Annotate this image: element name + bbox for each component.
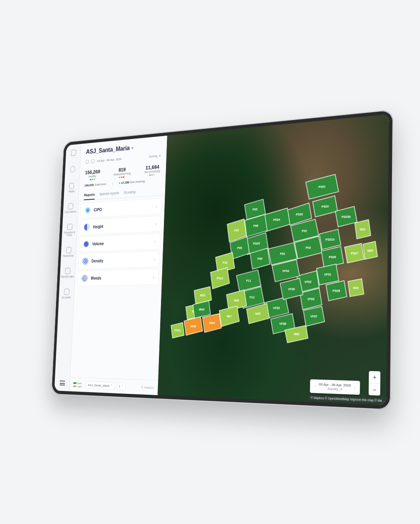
plot-P02[interactable] <box>268 242 297 265</box>
plot-VF04[interactable] <box>271 259 300 282</box>
plot-VF05[interactable] <box>264 297 289 319</box>
plot-P09[interactable] <box>250 248 270 270</box>
tab-special-reports[interactable]: Special reports <box>99 189 119 199</box>
plot-N05[interactable] <box>246 303 269 324</box>
map-date-chip[interactable]: ‹ 03 Apr - 06 Apr, 2020 Survey_4 › <box>310 379 360 395</box>
plot-P01[interactable] <box>290 219 319 242</box>
plot-PS08[interactable] <box>326 280 347 301</box>
plot-IR04[interactable] <box>202 313 222 332</box>
plot-label: IR04 <box>209 321 215 325</box>
plot-N03[interactable] <box>363 241 378 259</box>
plot-label: P10 <box>223 261 228 265</box>
map-canvas[interactable]: PS01PS02PS03PS04PS05P01P02P03P05P06P07P0… <box>158 114 389 406</box>
plot-label: N05 <box>255 312 261 315</box>
prev-date-button[interactable] <box>85 160 89 164</box>
plot-VF06[interactable] <box>280 278 303 300</box>
plot-VF07[interactable] <box>303 306 325 326</box>
plot-N07[interactable] <box>219 306 240 326</box>
plot-P05[interactable] <box>244 199 266 220</box>
plot-VF08[interactable] <box>270 313 295 334</box>
plot-label: VF02 <box>305 280 312 283</box>
plot-label: PS08 <box>333 289 340 293</box>
plot-P12[interactable] <box>240 287 264 308</box>
plot-label: P09 <box>257 257 262 260</box>
plot-PS12[interactable] <box>210 267 230 289</box>
report-cipo[interactable]: CIPO› <box>80 198 162 218</box>
plot-VF02[interactable] <box>297 271 320 293</box>
plot-N06[interactable] <box>226 290 247 311</box>
plot-label: VF08 <box>279 322 287 326</box>
tree-icon <box>68 203 74 209</box>
plot-P07[interactable] <box>227 219 247 242</box>
page-chip[interactable]: 1˄ <box>116 382 125 390</box>
plot-label: IR02 <box>199 308 205 311</box>
plot-N04[interactable] <box>348 279 364 297</box>
plot-label: PS01 <box>318 185 326 189</box>
plot-label: PS12 <box>217 276 223 280</box>
mapbox-attribution: © mapbox <box>141 385 154 390</box>
plot-N08[interactable] <box>284 325 308 343</box>
nav-search[interactable] <box>70 166 75 172</box>
report-density[interactable]: Density› <box>78 251 160 269</box>
metric-healthy: 156,269 Healthy <box>85 169 100 181</box>
nav-diseases[interactable]: Diseases & Pests <box>62 223 77 237</box>
metric-nonproducing: 11,684 Non producing <box>144 164 160 176</box>
plot-label: PS03b <box>341 215 351 218</box>
plot-label: P03 <box>305 246 311 249</box>
plot-P11[interactable] <box>236 270 261 292</box>
plot-IE01[interactable] <box>194 287 212 304</box>
prev-survey-button[interactable]: ‹ <box>314 384 315 388</box>
plot-label: P02 <box>280 252 285 255</box>
metric-underperforming: 819 Underperforming <box>113 166 131 179</box>
nav-repository[interactable]: Repository <box>63 247 74 257</box>
nav-tree-metrics[interactable]: Tree Metrics <box>64 203 77 213</box>
nav-home[interactable] <box>71 150 76 156</box>
plot-PS06[interactable] <box>321 247 343 268</box>
plot-label: PS07 <box>351 252 358 255</box>
tab-scouting[interactable]: Scouting <box>123 188 136 198</box>
nav-ai-labels[interactable]: AI Labels <box>61 289 71 299</box>
plot-P06[interactable] <box>244 214 268 237</box>
plot-IR03[interactable] <box>184 316 203 335</box>
zoom-out-button[interactable]: − <box>369 383 380 396</box>
zoom-in-button[interactable]: + <box>369 371 381 383</box>
plot-IR02[interactable] <box>192 301 211 318</box>
farm-chip[interactable]: ASJ_Santa_Maria˄ <box>85 381 115 390</box>
height-icon <box>84 223 90 231</box>
plot-label: VF01 <box>324 273 331 276</box>
plot-label: P06 <box>254 224 259 227</box>
chevron-right-icon: › <box>156 204 157 208</box>
plot-PS07[interactable] <box>344 243 364 263</box>
report-height[interactable]: Height› <box>79 216 161 235</box>
health-icon <box>69 183 74 189</box>
report-weeds[interactable]: Weeds› <box>77 269 159 286</box>
next-date-button[interactable] <box>91 159 95 163</box>
plot-P10[interactable] <box>215 252 235 273</box>
layers-icon <box>65 268 70 274</box>
plot-label: PS05 <box>253 242 260 245</box>
next-survey-button[interactable]: › <box>354 385 356 390</box>
plot-PS03[interactable] <box>312 195 338 217</box>
side-panel: ASJ_Santa_Maria ▾ 03 Apr - 06 Apr, 2020 … <box>69 136 167 395</box>
plot-PS01[interactable] <box>305 174 339 199</box>
nav-health[interactable]: Health <box>68 182 75 193</box>
chevron-up-icon: ˄ <box>122 385 123 388</box>
report-volume[interactable]: Volume› <box>79 233 160 252</box>
plot-label: P08 <box>237 247 242 250</box>
tab-reports[interactable]: Reports <box>84 190 95 200</box>
plot-PS11[interactable] <box>171 323 185 339</box>
plot-PS01b[interactable] <box>319 229 341 249</box>
nav-special-maps[interactable]: Special maps <box>61 268 74 278</box>
plot-PS04[interactable] <box>263 208 290 232</box>
plot-PS05[interactable] <box>245 233 269 255</box>
plot-VF03[interactable] <box>300 288 322 309</box>
plot-P03[interactable] <box>294 236 322 259</box>
plot-N01[interactable] <box>355 219 371 239</box>
plot-PS02[interactable] <box>287 203 312 226</box>
plot-VF01[interactable] <box>316 264 339 285</box>
plot-label: P11 <box>246 279 251 283</box>
plot-P08[interactable] <box>230 237 250 259</box>
nav-menu[interactable] <box>59 380 65 385</box>
plot-PS03b[interactable] <box>335 206 357 227</box>
plot-label: P12 <box>249 296 254 299</box>
